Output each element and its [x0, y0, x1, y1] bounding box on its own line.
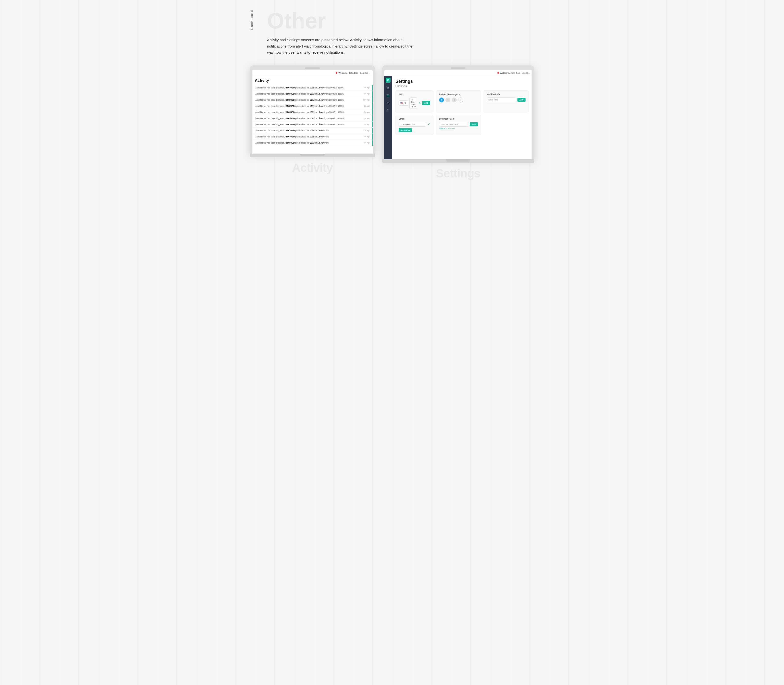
settings-laptop-notch: [451, 67, 466, 69]
activity-item: [Alert Name] has been triggered. BTC/USD…: [252, 97, 373, 103]
activity-item: [Alert Name] has been triggered. BTC/USD…: [252, 140, 373, 146]
description-text: Activity and Settings screens are presen…: [267, 37, 414, 55]
laptop-notch: [305, 67, 320, 69]
channels-grid: SMS 🇺🇸 +1 +1-541-754-3010: [395, 90, 529, 135]
pushover-link[interactable]: What is Pushover?: [439, 128, 478, 130]
activity-item: [Alert Name] has been triggered. BTC/USD…: [252, 85, 373, 91]
sms-edit-icon[interactable]: ✎: [419, 102, 420, 104]
sms-phone-input[interactable]: +1-541-754-3010: [409, 97, 417, 109]
activity-item: [Alert Name] has been triggered. BTC/USD…: [252, 128, 373, 134]
settings-user-dot: [497, 72, 499, 74]
activity-item: [Alert Name] has been triggered. BTC/USD…: [252, 91, 373, 97]
activity-user-indicator: Welcome, John Doe: [336, 72, 358, 74]
activity-time: 2d ago: [364, 105, 370, 107]
sidebar-icon-user[interactable]: [386, 86, 390, 90]
activity-item: [Alert Name] has been triggered. BTC/USD…: [252, 115, 373, 122]
user-dot: [336, 72, 338, 74]
settings-user-label: Welcome, John Doe: [500, 72, 520, 74]
svg-point-0: [388, 87, 389, 88]
activity-item: [Alert Name] has been triggered. BTC/USD…: [252, 134, 373, 140]
mobile-push-input-row: ADD: [487, 97, 526, 102]
telegram-icon[interactable]: ✈: [439, 97, 444, 102]
email-check-icon: ✓: [428, 122, 430, 126]
activity-item-text: [Alert Name] has been triggered. BTC/USD…: [255, 86, 364, 89]
browser-push-card: Browser Push ADD What is Pushover?: [436, 115, 481, 135]
activity-time: 1w ago: [364, 117, 370, 119]
sms-prefix: 🇺🇸 +1: [399, 101, 408, 106]
sms-card: SMS 🇺🇸 +1 +1-541-754-3010: [395, 90, 433, 112]
instant-messengers-title: Instant Messengers: [439, 93, 478, 96]
laptop-base: [250, 154, 375, 157]
email-card-title: Email: [399, 118, 430, 120]
settings-laptop-frame: Welcome, John Doe Log O... C: [382, 65, 534, 159]
activity-item-text: [Alert Name] has been triggered. BTC/USD…: [255, 123, 364, 126]
activity-logout-btn[interactable]: Log Out ↩: [360, 72, 370, 74]
activity-item-text: [Alert Name] has been triggered. BTC/USD…: [255, 105, 364, 107]
messenger-add-icon[interactable]: +: [458, 97, 463, 102]
settings-main: Settings Channels SMS 🇺🇸 +1: [392, 76, 532, 159]
activity-watermark: Activity: [250, 161, 375, 174]
settings-topbar: Welcome, John Doe Log O...: [384, 70, 532, 76]
screens-row: Welcome, John Doe Log Out ↩ Activity: [250, 65, 534, 180]
settings-laptop: Welcome, John Doe Log O... C: [382, 65, 534, 180]
activity-time: 8h ago: [364, 141, 370, 144]
sms-add-button[interactable]: ADD: [422, 101, 430, 105]
add-new-email-button[interactable]: ADD NEW: [399, 128, 412, 132]
activity-user-label: Welcome, John Doe: [338, 72, 358, 74]
activity-time: 6h ago: [364, 129, 370, 131]
instant-messengers-card: Instant Messengers ✈ ● ● +: [436, 90, 481, 112]
activity-item-text: [Alert Name] has been triggered. BTC/USD…: [255, 117, 364, 120]
activity-item-text: [Alert Name] has been triggered. BTC/USD…: [255, 129, 364, 132]
activity-item-text: [Alert Name] has been triggered. BTC/USD…: [255, 141, 364, 144]
page-wrapper: Dashboard Other Activity and Settings sc…: [245, 0, 539, 200]
messenger-inactive-1[interactable]: ●: [445, 97, 450, 102]
sidebar-logo: C: [386, 78, 391, 83]
sms-input-row: 🇺🇸 +1 +1-541-754-3010 ✎ ADD: [399, 97, 430, 109]
settings-title: Settings: [395, 79, 529, 84]
activity-time: 23h ago: [363, 99, 370, 101]
activity-laptop-screen: Welcome, John Doe Log Out ↩ Activity: [252, 70, 373, 154]
sidebar-icon-rss[interactable]: [386, 108, 390, 112]
activity-time: 2w ago: [364, 123, 370, 125]
settings-user-indicator: Welcome, John Doe: [497, 72, 520, 74]
settings-screen-body: C: [384, 76, 532, 159]
settings-logout-btn[interactable]: Log O...: [522, 72, 530, 74]
header-section: Dashboard Other Activity and Settings sc…: [250, 10, 534, 55]
mobile-push-input[interactable]: [487, 97, 516, 102]
sidebar-icon-configure[interactable]: [386, 101, 390, 105]
messenger-inactive-2[interactable]: ●: [452, 97, 457, 102]
laptop-stand: [300, 154, 325, 156]
messenger-icons: ✈ ● ● +: [439, 97, 478, 102]
browser-push-input-row: ADD: [439, 122, 478, 127]
browser-push-input[interactable]: [439, 122, 468, 127]
activity-laptop-frame: Welcome, John Doe Log Out ↩ Activity: [250, 65, 375, 154]
activity-item-text: [Alert Name] has been triggered. BTC/USD…: [255, 111, 364, 114]
activity-item-text: [Alert Name] has been triggered. BTC/USD…: [255, 93, 364, 95]
activity-item: [Alert Name] has been triggered. BTC/USD…: [252, 122, 373, 128]
activity-list: [Alert Name] has been triggered. BTC/USD…: [252, 85, 373, 146]
mobile-push-add-button[interactable]: ADD: [518, 98, 526, 102]
activity-item: [Alert Name] has been triggered. BTC/USD…: [252, 103, 373, 109]
activity-time: 8h ago: [364, 93, 370, 95]
sms-card-title: SMS: [399, 93, 430, 96]
activity-laptop: Welcome, John Doe Log Out ↩ Activity: [250, 65, 375, 174]
other-title: Other: [267, 10, 414, 32]
activity-time: 6h ago: [364, 135, 370, 138]
browser-push-title: Browser Push: [439, 118, 478, 120]
activity-screen-title: Activity: [252, 76, 373, 85]
activity-time: 6h ago: [364, 86, 370, 89]
activity-item-text: [Alert Name] has been triggered. BTC/USD…: [255, 135, 364, 138]
activity-topbar: Welcome, John Doe Log Out ↩: [252, 70, 373, 76]
email-input-row: 123@gmail.com ✓: [399, 122, 430, 127]
settings-laptop-base: [382, 159, 534, 163]
mobile-push-card: Mobile Push ADD: [484, 90, 529, 112]
sidebar-icon-bell[interactable]: [386, 94, 390, 97]
activity-item: [Alert Name] has been triggered. BTC/USD…: [252, 109, 373, 115]
email-card: Email 123@gmail.com ✓ ADD NEW: [395, 115, 433, 135]
browser-push-add-button[interactable]: ADD: [470, 122, 478, 127]
settings-laptop-stand: [446, 159, 471, 162]
email-value: 123@gmail.com: [399, 122, 426, 127]
activity-item-text: [Alert Name] has been triggered. BTC/USD…: [255, 99, 363, 101]
dashboard-label: Dashboard: [250, 10, 257, 32]
svg-point-1: [388, 102, 389, 103]
